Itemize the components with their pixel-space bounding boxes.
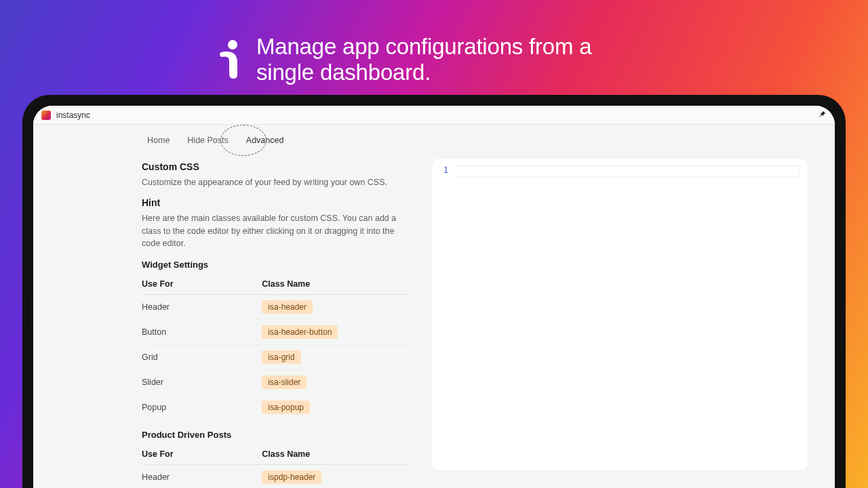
- hint-desc: Here are the main classes available for …: [142, 212, 409, 250]
- table-row: Headerispdp-header: [142, 465, 409, 489]
- table-row: Gridisa-grid: [142, 345, 409, 370]
- table-row: Headerisa-header: [142, 295, 409, 320]
- hint-heading: Hint: [142, 197, 409, 208]
- col-use-for: Use For: [142, 274, 262, 295]
- code-editor[interactable]: 1: [432, 159, 808, 470]
- table-product-posts: Use For Class Name Headerispdp-header Sl…: [142, 444, 409, 488]
- app-topbar: instasync: [33, 106, 835, 125]
- custom-css-heading: Custom CSS: [142, 161, 409, 172]
- app-screen: instasync Home Hide Posts Advanced Custo…: [33, 106, 835, 488]
- tab-hide-posts[interactable]: Hide Posts: [187, 136, 228, 145]
- col-class-name: Class Name: [262, 274, 409, 295]
- device-frame: instasync Home Hide Posts Advanced Custo…: [22, 95, 846, 488]
- brand-logo-icon: [217, 39, 244, 80]
- hero: Manage app configurations from a single …: [217, 34, 651, 85]
- pin-icon[interactable]: [818, 110, 827, 121]
- code-input[interactable]: [455, 165, 800, 178]
- class-chip[interactable]: isa-header-button: [262, 325, 338, 339]
- custom-css-desc: Customize the appearance of your feed by…: [142, 176, 409, 189]
- settings-panel: Custom CSS Customize the appearance of y…: [142, 155, 409, 488]
- table-widget-settings: Use For Class Name Headerisa-header Butt…: [142, 274, 409, 420]
- group-widget-settings-title: Widget Settings: [142, 260, 409, 270]
- group-product-posts-title: Product Driven Posts: [142, 430, 409, 440]
- class-chip[interactable]: isa-header: [262, 300, 313, 314]
- app-icon: [41, 110, 51, 120]
- table-row: Sliderisa-slider: [142, 370, 409, 395]
- table-row: Buttonisa-header-button: [142, 320, 409, 345]
- class-chip[interactable]: isa-popup: [262, 401, 310, 414]
- class-chip[interactable]: isa-grid: [262, 350, 300, 364]
- col-class-name: Class Name: [262, 444, 409, 465]
- table-row: Popupisa-popup: [142, 395, 409, 420]
- class-chip[interactable]: isa-slider: [262, 375, 307, 389]
- app-name: instasync: [56, 110, 90, 120]
- tabs: Home Hide Posts Advanced: [33, 133, 835, 155]
- tab-home[interactable]: Home: [147, 136, 170, 145]
- col-use-for: Use For: [142, 444, 262, 465]
- line-number: 1: [432, 165, 455, 178]
- hero-headline: Manage app configurations from a single …: [256, 34, 651, 85]
- tab-advanced[interactable]: Advanced: [246, 136, 284, 145]
- class-chip[interactable]: ispdp-header: [262, 470, 321, 484]
- svg-point-0: [228, 40, 237, 49]
